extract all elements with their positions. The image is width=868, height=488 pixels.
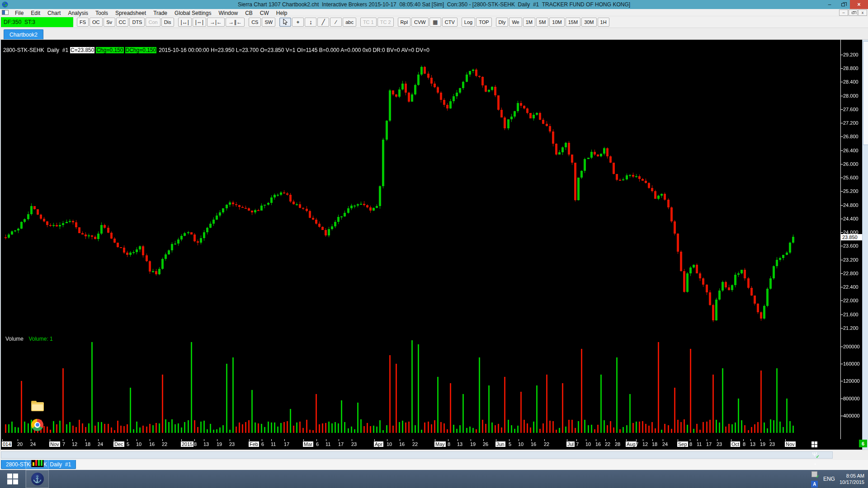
menu-analysis[interactable]: Analysis <box>64 10 92 16</box>
horizontal-scrollbar[interactable] <box>0 450 868 460</box>
tpo-profile-button[interactable]: ▦ <box>429 18 441 27</box>
backup-check-icon[interactable]: ✓ <box>810 469 820 479</box>
date-tick-label: 19 <box>760 441 765 447</box>
menu-help[interactable]: Help <box>273 10 291 16</box>
mdi-minimize-button[interactable]: – <box>839 9 848 16</box>
date-tick-label: 5 <box>127 441 129 447</box>
period-daily-button[interactable]: Dly <box>496 18 509 27</box>
volume-tick-label: 160000 <box>843 361 862 366</box>
price-tick-label: 22.000 <box>843 298 862 303</box>
fit-bars-button[interactable]: |↔| <box>178 18 192 27</box>
price-tick-label: 25.600 <box>843 175 862 180</box>
mdi-restore-button[interactable] <box>849 9 858 16</box>
vertical-measure-tool-button[interactable]: ↨ <box>305 18 316 27</box>
minimize-button[interactable]: – <box>823 0 836 9</box>
date-tick-label: 24 <box>98 441 103 447</box>
short-trendline-tool-button[interactable]: ∕ <box>330 18 342 27</box>
volume-study-caption: Volume Volume: 1 <box>5 336 53 342</box>
cvw-button[interactable]: CVW <box>411 18 429 27</box>
disconnect-button[interactable]: Dis <box>161 18 174 27</box>
start-button[interactable] <box>0 470 25 488</box>
ctv-button[interactable]: CTV <box>442 18 458 27</box>
chart-window-tab-bar: 2800-STK-SEHK Daily #1 <box>0 460 868 470</box>
close-chart-button[interactable]: CC <box>116 18 129 27</box>
period-weekly-button[interactable]: We <box>509 18 522 27</box>
volume-tick-label: 400000 <box>843 413 862 418</box>
expand-spacing-button[interactable]: |⇔| <box>193 18 206 27</box>
taskbar-app-trader-workstation[interactable]: ⚓ <box>25 470 49 488</box>
compress-bars-button[interactable]: →∥← <box>226 18 245 27</box>
price-tick-label: 28.400 <box>843 79 862 84</box>
date-tick-label: Feb <box>249 441 259 447</box>
windows-logo-icon <box>7 474 18 484</box>
period-1hour-button[interactable]: 1H <box>598 18 609 27</box>
chart-settings-button[interactable]: CS <box>249 18 261 27</box>
dts-button[interactable]: DTS <box>129 18 145 27</box>
menu-chart[interactable]: Chart <box>44 10 64 16</box>
menu-cw[interactable]: CW <box>256 10 273 16</box>
full-screen-button[interactable]: FS <box>77 18 89 27</box>
trendline-tool-button[interactable]: ╱ <box>317 18 329 27</box>
vertical-scrollbar[interactable] <box>862 40 868 450</box>
date-tick-label: 23 <box>351 441 357 447</box>
crosshair-tool-button[interactable]: ⌖ <box>292 18 304 27</box>
menu-tools[interactable]: Tools <box>92 10 112 16</box>
menu-global-settings[interactable]: Global Settings <box>171 10 215 16</box>
close-button[interactable]: × <box>850 0 868 9</box>
language-indicator[interactable]: ENG <box>823 476 835 482</box>
chrome-icon <box>31 419 43 431</box>
date-tick-label: 28 <box>615 441 620 447</box>
vertical-scrollbar-thumb[interactable] <box>863 41 868 145</box>
menu-cb[interactable]: CB <box>241 10 256 16</box>
price-tick-label: 28.000 <box>843 93 862 99</box>
windows-icon[interactable] <box>810 439 820 449</box>
horizontal-scrollbar-thumb[interactable] <box>1 451 833 459</box>
date-tick-label: Dec <box>113 441 124 447</box>
scale-indicator: DF:350 ST:3 <box>1 17 73 27</box>
period-1min-button[interactable]: 1M <box>523 18 535 27</box>
restore-icon <box>841 3 845 6</box>
menu-spreadsheet[interactable]: Spreadsheet <box>112 10 150 16</box>
top-button[interactable]: TOP <box>476 18 491 27</box>
menu-edit[interactable]: Edit <box>27 10 44 16</box>
log-scale-button[interactable]: Log <box>462 18 475 27</box>
mdi-close-button[interactable]: x <box>858 9 867 16</box>
volume-label: Volume <box>5 336 24 342</box>
open-chartbook-button[interactable]: OC <box>90 18 103 27</box>
date-tick-label: 8 <box>194 441 197 447</box>
chart-number-badge: 6 <box>859 440 867 447</box>
date-tick-label: 5 <box>509 441 511 447</box>
menu-window[interactable]: Window <box>215 10 241 16</box>
switch-window-button[interactable]: SW <box>262 18 275 27</box>
date-tick-label: 23 <box>769 441 775 447</box>
period-10min-button[interactable]: 10M <box>549 18 564 27</box>
usb-safely-remove-icon[interactable]: Ψ✓ <box>810 449 820 459</box>
last-price-badge: 23.850 <box>841 234 862 240</box>
save-button[interactable]: Sv <box>104 18 115 27</box>
date-tick-label: 10 <box>387 441 392 447</box>
menu-trade[interactable]: Trade <box>150 10 171 16</box>
menu-file[interactable]: File <box>11 10 27 16</box>
taskbar-clock[interactable]: 8:05 AM 10/17/2015 <box>840 473 864 485</box>
date-tick-label: 10 <box>518 441 524 447</box>
date-tick-label: 22 <box>412 441 418 447</box>
period-30min-button[interactable]: 30M <box>581 18 596 27</box>
replay-button[interactable]: Rpl <box>398 18 411 27</box>
period-15min-button[interactable]: 15M <box>566 18 580 27</box>
reduce-spacing-button[interactable]: →|← <box>207 18 225 27</box>
trader-workstation-icon: ⚓ <box>31 473 44 485</box>
date-tick-label: 8 <box>448 441 450 447</box>
satellite-icon[interactable]: ◔ <box>810 459 820 469</box>
period-5min-button[interactable]: 5M <box>536 18 548 27</box>
pointer-tool-button[interactable] <box>279 18 291 27</box>
date-tick-label: 13 <box>203 441 209 447</box>
date-tick-label: Aug <box>626 441 637 447</box>
date-tick-label: 16 <box>399 441 405 447</box>
price-chart-canvas[interactable] <box>1 40 862 450</box>
date-tick-label: 16 <box>149 441 155 447</box>
menu-bar: FileEditChartAnalysisToolsSpreadsheetTra… <box>0 9 868 16</box>
restore-button[interactable] <box>836 0 850 9</box>
text-tool-button[interactable]: abc <box>343 18 356 27</box>
tab-chartbook2[interactable]: Chartbook2 <box>4 29 43 39</box>
ime-icon[interactable]: A <box>810 479 820 488</box>
